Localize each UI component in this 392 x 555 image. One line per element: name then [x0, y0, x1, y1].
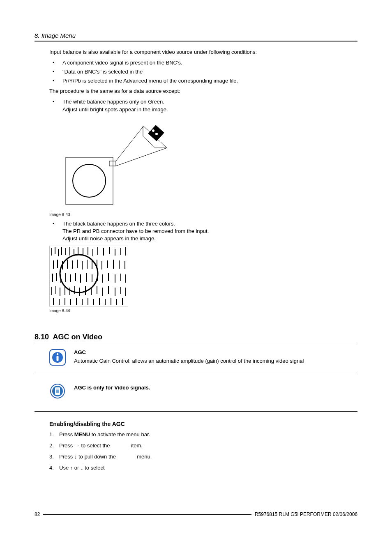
section-divider [35, 344, 357, 344]
svg-line-4 [116, 148, 167, 166]
svg-rect-89 [57, 356, 59, 361]
step-item: Press → to select the item. [49, 442, 357, 449]
step-item: Press MENU to activate the menu bar. [49, 431, 357, 438]
list-item: The white balance happens only on Green.… [49, 98, 357, 113]
svg-point-88 [57, 353, 59, 355]
svg-point-8 [155, 133, 158, 135]
menu-key-label: MENU [74, 431, 90, 438]
section-heading: 8.10 AGC on Video [35, 333, 357, 341]
page-header: 8. Image Menu [35, 32, 357, 39]
svg-rect-2 [109, 161, 116, 166]
list-item-line: Adjust until bright spots appear in the … [62, 106, 168, 113]
step-item: Press ↓ to pull down the menu. [49, 454, 357, 461]
steps-list: Press MENU to activate the menu bar. Pre… [49, 431, 357, 472]
step-text: menu. [136, 454, 152, 460]
page-footer: 82 R5976815 RLM G5I PERFORMER 02/06/2006 [35, 511, 357, 517]
subheading: Enabling/disabling the AGC [49, 421, 357, 427]
list-item-line: The white balance happens only on Green. [62, 99, 164, 105]
svg-rect-92 [55, 387, 60, 395]
intro-paragraph: Input balance is also available for a co… [49, 49, 357, 56]
footer-divider [43, 514, 251, 515]
info-box: AGC Automatic Gain Control: allows an au… [35, 347, 357, 372]
note-icon [49, 383, 66, 401]
svg-point-7 [152, 129, 154, 132]
svg-point-1 [73, 164, 106, 197]
section-title: AGC on Video [53, 333, 102, 341]
step-text: to activate the menu bar. [90, 431, 150, 438]
step-text: Press ↓ to pull down the [59, 454, 118, 460]
step-text: Use ↑ or ↓ to select [59, 465, 105, 471]
figure-8-44 [49, 246, 357, 308]
bullet-list-conditions: A component video signal is present on t… [49, 59, 357, 85]
step-text: item. [129, 442, 143, 449]
note-box: AGC is only for Video signals. [35, 378, 357, 412]
list-item: A component video signal is present on t… [49, 59, 357, 67]
svg-line-3 [116, 126, 144, 161]
figure-8-43 [62, 122, 357, 210]
list-item-line: The black balance happens on the three c… [62, 221, 175, 227]
header-divider [35, 41, 357, 41]
bullet-list-except: The white balance happens only on Green.… [49, 98, 357, 113]
procedure-paragraph: The procedure is the same as for a data … [49, 88, 357, 95]
figure-caption: Image 8-44 [49, 309, 357, 313]
note-text: AGC is only for Video signals. [74, 382, 150, 391]
list-item: The black balance happens on the three c… [49, 220, 357, 243]
list-item-line: Adjust until noise appears in the image. [62, 235, 156, 242]
document-id: R5976815 RLM G5I PERFORMER 02/06/2006 [255, 511, 357, 517]
page-number: 82 [35, 511, 40, 517]
step-item: Use ↑ or ↓ to select [49, 465, 357, 472]
list-item: "Data on BNC's" is selected in the [49, 68, 357, 76]
figure-caption: Image 8-43 [49, 212, 357, 217]
list-item: Pr/Y/Pb is selected in the Advanced menu… [49, 77, 357, 85]
info-title: AGC [74, 349, 357, 355]
list-item-line: The PR and PB connector have to be remov… [62, 228, 209, 234]
info-icon [49, 349, 66, 367]
bullet-list-black-balance: The black balance happens on the three c… [49, 220, 357, 243]
info-description: Automatic Gain Control: allows an automa… [74, 358, 357, 365]
step-text: Press [59, 431, 74, 438]
section-number: 8.10 [35, 333, 49, 341]
step-text: Press → to select the [59, 442, 111, 449]
